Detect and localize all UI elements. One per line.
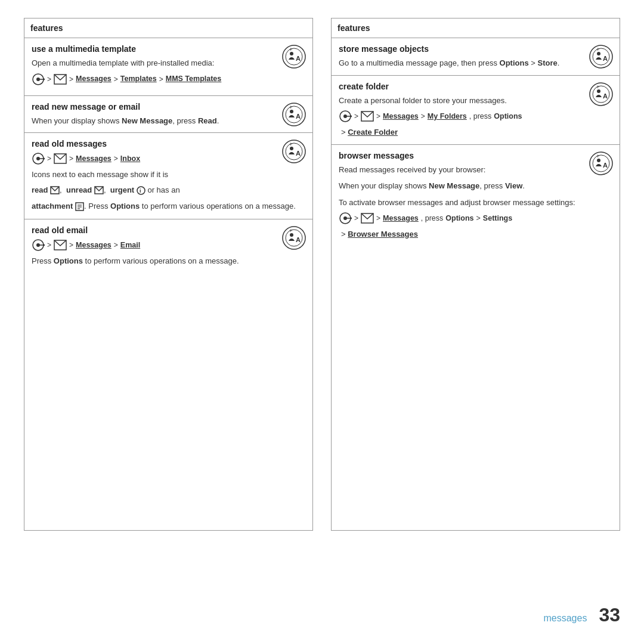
svg-point-21 xyxy=(36,157,40,160)
svg-text:+: + xyxy=(289,228,292,234)
nav-path-multimedia: > > Messages > Templates > MMS Templates xyxy=(32,73,305,86)
attachment-msg-icon xyxy=(75,202,84,211)
unread-msg-icon xyxy=(94,186,104,194)
svg-point-55 xyxy=(343,114,347,118)
svg-text:A: A xyxy=(603,55,608,62)
svg-text:i: i xyxy=(140,188,141,194)
section-store-objects: store message objects A + Go to a multim… xyxy=(332,38,620,76)
section-title-folder: create folder xyxy=(339,82,612,91)
right-column-header: features xyxy=(332,18,620,38)
svg-text:A: A xyxy=(603,92,608,100)
svg-point-15 xyxy=(283,140,305,163)
section-body-read-new: When your display shows New Message, pre… xyxy=(32,115,305,127)
svg-text:A: A xyxy=(296,150,301,157)
left-column-header: features xyxy=(24,18,312,38)
section-title-read-email: read old email xyxy=(32,225,305,235)
nav-button-icon xyxy=(32,73,45,86)
section-body-read-old: > > Messages > Inbox Icons next to each … xyxy=(32,152,305,213)
section-read-old-email: read old email A + xyxy=(24,219,312,273)
left-column: features use a multimedia template A + xyxy=(24,18,313,531)
svg-text:A: A xyxy=(296,55,301,62)
section-read-new: read new message or email A + When your … xyxy=(24,96,312,134)
svg-marker-57 xyxy=(351,115,352,117)
tutorial-icon-browser: A + xyxy=(589,151,614,176)
section-title-browser: browser messages xyxy=(339,151,612,160)
nav-button-icon3 xyxy=(32,239,45,252)
section-body-folder: Create a personal folder to store your m… xyxy=(339,95,612,138)
footer-page-number: 33 xyxy=(599,604,620,626)
nav-suffix-browser: > Browser Messages xyxy=(341,228,612,240)
urgent-msg-icon: i xyxy=(137,186,145,195)
nav-suffix-folder: > Create Folder xyxy=(341,126,612,138)
svg-text:+: + xyxy=(596,47,599,52)
section-title-multimedia: use a multimedia template xyxy=(32,44,305,54)
svg-point-65 xyxy=(343,216,347,220)
svg-point-49 xyxy=(590,83,612,106)
svg-point-0 xyxy=(283,45,305,68)
section-multimedia-template: use a multimedia template A + Open a mul… xyxy=(24,38,312,96)
section-body-store: Go to a multimedia message page, then pr… xyxy=(339,57,612,69)
messages-icon3 xyxy=(54,240,67,250)
nav-path-inbox: > > Messages > Inbox xyxy=(32,152,305,165)
svg-text:+: + xyxy=(289,47,292,52)
svg-marker-23 xyxy=(44,157,45,160)
svg-text:+: + xyxy=(596,84,599,90)
tutorial-icon-read-new: A + xyxy=(281,102,306,127)
section-title-read-old: read old messages xyxy=(32,139,305,148)
svg-text:+: + xyxy=(289,104,292,110)
section-browser-messages: browser messages A + Read messages recei… xyxy=(332,145,620,531)
svg-marker-42 xyxy=(44,244,45,246)
tutorial-icon-store: A + xyxy=(589,44,614,69)
tutorial-icon-read-email: A + xyxy=(281,225,306,250)
footer-label: messages xyxy=(543,613,587,624)
tutorial-icon-folder: A + xyxy=(589,82,614,107)
tutorial-icon-read-old: A + xyxy=(281,139,306,164)
messages-icon xyxy=(54,74,67,85)
section-read-old: read old messages A + xyxy=(24,133,312,219)
tutorial-icon-multimedia: A + xyxy=(281,44,306,69)
svg-text:A: A xyxy=(603,162,608,169)
read-msg-icon xyxy=(50,186,60,194)
svg-marker-67 xyxy=(351,217,352,219)
nav-button-icon4 xyxy=(339,110,352,123)
svg-marker-8 xyxy=(44,78,45,80)
svg-point-34 xyxy=(283,227,305,249)
nav-path-email: > > Messages > Email xyxy=(32,239,305,252)
svg-point-44 xyxy=(590,45,612,68)
svg-text:+: + xyxy=(596,153,599,159)
svg-text:A: A xyxy=(296,113,301,120)
section-create-folder: create folder A + Create a personal fold… xyxy=(332,76,620,145)
svg-text:+: + xyxy=(289,141,292,147)
messages-icon5 xyxy=(361,213,374,224)
nav-path-browser: > > Messages, press Options > Settings xyxy=(339,212,612,225)
svg-text:A: A xyxy=(296,236,301,243)
nav-button-icon2 xyxy=(32,152,45,165)
nav-button-icon5 xyxy=(339,212,352,225)
section-body-read-email: > > Messages > Email Press Options to pe… xyxy=(32,239,305,267)
section-title-store: store message objects xyxy=(339,44,612,54)
svg-point-59 xyxy=(590,152,612,175)
section-body-browser: Read messages received by your browser: … xyxy=(339,164,612,240)
page-footer: messages 33 xyxy=(543,604,620,626)
svg-point-10 xyxy=(283,103,305,126)
svg-point-6 xyxy=(36,78,40,81)
section-body-multimedia: Open a multimedia template with pre-inst… xyxy=(32,57,305,86)
right-column: features store message objects A + Go to… xyxy=(331,18,620,531)
svg-point-40 xyxy=(36,243,40,247)
messages-icon2 xyxy=(54,153,67,164)
nav-path-folder: > > Messages > My Folders, press Options xyxy=(339,110,612,123)
messages-icon4 xyxy=(361,111,374,122)
section-title-read-new: read new message or email xyxy=(32,102,305,112)
